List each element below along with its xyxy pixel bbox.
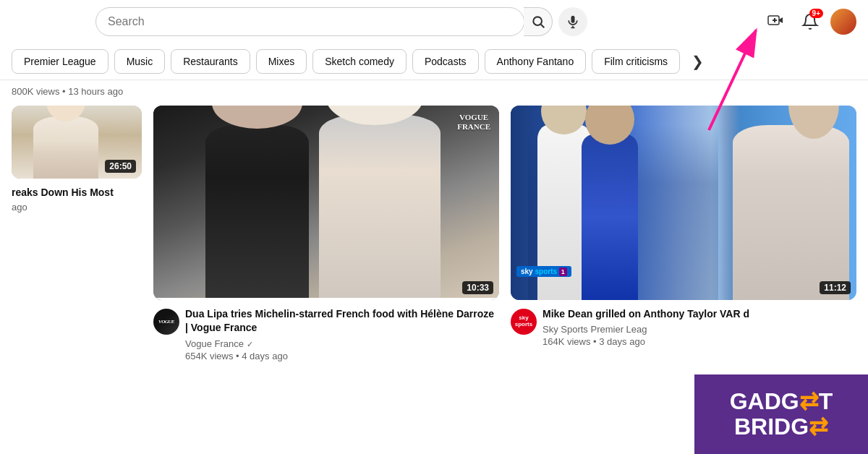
verified-check-dua: ✓ bbox=[247, 340, 253, 349]
thumbnail-bg-sky: sky sports 1 bbox=[511, 106, 856, 300]
video-card-dua[interactable]: VOGUEFRANCE 10:33 VOGUE Dua Lipa tries M… bbox=[153, 106, 499, 361]
channel-name-dua: Vogue France ✓ bbox=[185, 338, 499, 349]
duration-sky: 11:12 bbox=[820, 281, 851, 294]
header: 9+ bbox=[0, 0, 868, 43]
video-title-sky: Mike Dean grilled on Anthony Taylor VAR … bbox=[542, 307, 856, 322]
chip-restaurants[interactable]: Restaurants bbox=[171, 49, 250, 74]
video-meta-dua: Dua Lipa tries Michelin-starred French f… bbox=[185, 307, 499, 361]
chip-film-criticisms[interactable]: Film criticisms bbox=[592, 49, 680, 74]
header-actions: 9+ bbox=[761, 7, 856, 36]
chip-mixes[interactable]: Mixes bbox=[256, 49, 307, 74]
search-icon bbox=[531, 14, 545, 29]
chips-next-button[interactable]: ❯ bbox=[686, 50, 709, 73]
create-button[interactable] bbox=[761, 7, 790, 36]
search-container bbox=[95, 7, 587, 36]
chips-bar: Premier League Music Restaurants Mixes S… bbox=[0, 43, 868, 80]
notification-count-badge: 9+ bbox=[809, 9, 823, 18]
voice-search-button[interactable] bbox=[558, 7, 587, 36]
sky-sports-overlay: sky sports 1 bbox=[516, 266, 571, 277]
video-title-dua: Dua Lipa tries Michelin-starred French f… bbox=[185, 307, 499, 335]
video-meta-sky: Mike Dean grilled on Anthony Taylor VAR … bbox=[542, 307, 856, 348]
vogue-avatar-text: VOGUE bbox=[158, 319, 174, 325]
search-bar bbox=[95, 7, 524, 36]
channel-name-sky: Sky Sports Premier Leag bbox=[542, 324, 856, 335]
video-title-paul: reaks Down His Most bbox=[12, 186, 142, 200]
search-input[interactable] bbox=[108, 15, 512, 28]
views-text: 800K views • 13 hours ago bbox=[12, 86, 123, 97]
chip-anthony-fantano[interactable]: Anthony Fantano bbox=[485, 49, 587, 74]
chip-music[interactable]: Music bbox=[114, 49, 166, 74]
svg-rect-2 bbox=[571, 16, 575, 23]
thumbnail-sky: sky sports 1 11:12 bbox=[511, 106, 856, 300]
thumbnail-paul: 26:50 bbox=[12, 106, 142, 179]
channel-avatar-dua: VOGUE bbox=[153, 309, 179, 335]
watermark: GADG⇄TBRIDG⇄ bbox=[694, 374, 868, 454]
microphone-icon bbox=[566, 14, 580, 29]
chip-premier-league[interactable]: Premier League bbox=[12, 49, 109, 74]
duration-dua: 10:33 bbox=[462, 281, 493, 294]
video-stats-paul: ago bbox=[12, 202, 142, 213]
svg-point-0 bbox=[533, 17, 542, 25]
content-area: 800K views • 13 hours ago 26:50 reaks Do… bbox=[0, 80, 868, 367]
video-card-sky[interactable]: sky sports 1 11:12 skysports Mike Dean g… bbox=[511, 106, 856, 361]
video-info-sky: skysports Mike Dean grilled on Anthony T… bbox=[511, 307, 856, 348]
create-icon bbox=[767, 13, 784, 30]
vogue-label: VOGUEFRANCE bbox=[457, 113, 490, 132]
video-grid: 26:50 reaks Down His Most ago VOGUEFRANC… bbox=[12, 100, 856, 367]
chip-sketch-comedy[interactable]: Sketch comedy bbox=[312, 49, 407, 74]
watermark-text: GADG⇄TBRIDG⇄ bbox=[730, 389, 833, 440]
duration-paul: 26:50 bbox=[105, 160, 136, 173]
video-card-paul[interactable]: 26:50 reaks Down His Most ago bbox=[12, 106, 142, 361]
notifications-button[interactable]: 9+ bbox=[796, 7, 825, 36]
search-button[interactable] bbox=[524, 7, 553, 36]
sky-avatar-text: skysports bbox=[515, 315, 532, 328]
video-stats-dua: 654K views • 4 days ago bbox=[185, 351, 499, 361]
video-info-dua: VOGUE Dua Lipa tries Michelin-starred Fr… bbox=[153, 307, 499, 361]
chip-podcasts[interactable]: Podcasts bbox=[412, 49, 479, 74]
video-stats-sky: 164K views • 3 days ago bbox=[542, 336, 856, 347]
views-row: 800K views • 13 hours ago bbox=[12, 80, 856, 100]
avatar[interactable] bbox=[830, 9, 856, 35]
thumbnail-bg-dua: VOGUEFRANCE bbox=[153, 106, 499, 300]
svg-line-1 bbox=[540, 25, 544, 28]
thumbnail-dua: VOGUEFRANCE 10:33 bbox=[153, 106, 499, 300]
channel-avatar-sky: skysports bbox=[511, 309, 537, 335]
